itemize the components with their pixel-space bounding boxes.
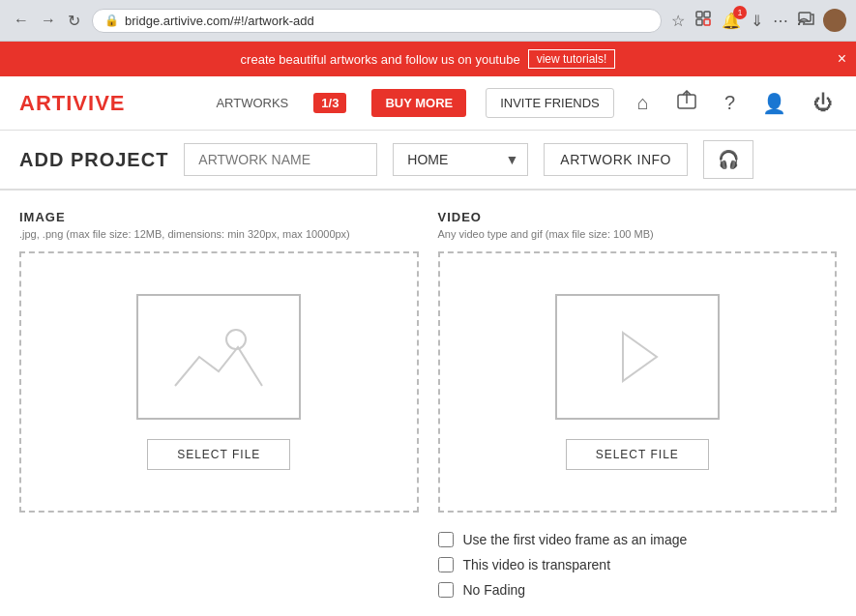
image-upload-column: IMAGE .jpg, .png (max file size: 12MB, d… xyxy=(19,210,419,513)
logo-vive: VIVE xyxy=(73,91,125,115)
buy-more-button[interactable]: BUY MORE xyxy=(371,89,466,117)
use-first-frame-label: Use the first video frame as an image xyxy=(463,532,688,547)
app-logo: ARTIVIVE xyxy=(19,91,125,116)
browser-chrome: ← → ↻ 🔒 bridge.artivive.com/#!/artwork-a… xyxy=(0,0,856,42)
banner-text: create beautiful artworks and follow us … xyxy=(241,52,520,67)
svg-rect-3 xyxy=(704,19,710,25)
view-tutorials-link[interactable]: view tutorials! xyxy=(528,49,616,69)
artworks-count: 1/3 xyxy=(313,93,346,113)
download-icon[interactable]: ⇓ xyxy=(749,10,765,32)
power-icon[interactable]: ⏻ xyxy=(810,88,837,118)
video-placeholder xyxy=(555,294,720,420)
artwork-info-button[interactable]: ARTWORK INFO xyxy=(544,143,688,176)
app-header: ARTIVIVE ARTWORKS 1/3 BUY MORE INVITE FR… xyxy=(0,76,856,131)
url-text: bridge.artivive.com/#!/artwork-add xyxy=(125,14,649,28)
image-section-subtitle: .jpg, .png (max file size: 12MB, dimensi… xyxy=(19,228,419,240)
cast-icon[interactable] xyxy=(796,10,817,31)
notification-badge: 🔔 1 xyxy=(720,10,743,32)
artworks-label: ARTWORKS xyxy=(216,96,288,110)
no-fading-checkbox[interactable] xyxy=(438,582,454,598)
menu-icon[interactable]: ⋯ xyxy=(771,10,790,32)
banner-close-button[interactable]: × xyxy=(838,50,846,68)
browser-actions: ☆ 🔔 1 ⇓ ⋯ xyxy=(669,8,846,33)
badge-count: 1 xyxy=(733,6,747,19)
transparent-video-checkbox[interactable] xyxy=(438,557,454,572)
use-first-frame-row[interactable]: Use the first video frame as an image xyxy=(438,532,838,547)
headphones-button[interactable]: 🎧 xyxy=(703,140,753,179)
logo-art: ART xyxy=(19,91,66,115)
invite-friends-button[interactable]: INVITE FRIENDS xyxy=(486,88,614,118)
svg-point-8 xyxy=(226,330,246,349)
video-upload-column: VIDEO Any video type and gif (max file s… xyxy=(438,210,838,513)
image-section-title: IMAGE xyxy=(19,210,419,224)
image-placeholder xyxy=(136,294,301,420)
svg-marker-9 xyxy=(623,333,657,381)
no-fading-row[interactable]: No Fading xyxy=(438,582,838,598)
transparent-label: This video is transparent xyxy=(463,557,611,572)
home-select[interactable]: HOME GALLERY STUDIO OUTDOOR xyxy=(393,143,528,176)
svg-rect-2 xyxy=(696,19,702,25)
svg-rect-0 xyxy=(696,12,702,17)
home-icon[interactable]: ⌂ xyxy=(634,88,653,118)
share-icon[interactable] xyxy=(672,86,701,120)
refresh-button[interactable]: ↻ xyxy=(64,10,84,32)
account-icon[interactable]: 👤 xyxy=(758,88,790,119)
artwork-name-input[interactable] xyxy=(184,143,377,176)
nav-buttons: ← → ↻ xyxy=(10,10,84,32)
user-avatar[interactable] xyxy=(823,9,846,32)
forward-button[interactable]: → xyxy=(37,10,60,31)
video-section-title: VIDEO xyxy=(438,210,838,224)
home-select-wrapper: HOME GALLERY STUDIO OUTDOOR ▼ xyxy=(393,143,528,176)
no-fading-label: No Fading xyxy=(463,582,526,598)
page-title: ADD PROJECT xyxy=(19,149,168,171)
video-select-file-button[interactable]: SELECT FILE xyxy=(566,439,709,470)
video-section-subtitle: Any video type and gif (max file size: 1… xyxy=(438,228,838,240)
upload-section: IMAGE .jpg, .png (max file size: 12MB, d… xyxy=(19,210,837,513)
address-bar[interactable]: 🔒 bridge.artivive.com/#!/artwork-add xyxy=(92,9,662,33)
lock-icon: 🔒 xyxy=(104,14,119,27)
transparent-video-row[interactable]: This video is transparent xyxy=(438,557,838,572)
help-icon[interactable]: ? xyxy=(721,88,739,118)
image-select-file-button[interactable]: SELECT FILE xyxy=(147,439,290,470)
video-options-section: Use the first video frame as an image Th… xyxy=(438,532,838,598)
main-content: IMAGE .jpg, .png (max file size: 12MB, d… xyxy=(0,191,856,616)
back-button[interactable]: ← xyxy=(10,10,33,31)
svg-rect-1 xyxy=(704,12,710,17)
top-banner: create beautiful artworks and follow us … xyxy=(0,42,856,76)
use-first-frame-checkbox[interactable] xyxy=(438,532,454,547)
project-bar: ADD PROJECT HOME GALLERY STUDIO OUTDOOR … xyxy=(0,131,856,191)
video-dropzone[interactable]: SELECT FILE xyxy=(438,251,838,513)
extension-icon[interactable] xyxy=(693,8,714,33)
image-dropzone[interactable]: SELECT FILE xyxy=(19,251,419,513)
star-icon[interactable]: ☆ xyxy=(669,10,687,32)
